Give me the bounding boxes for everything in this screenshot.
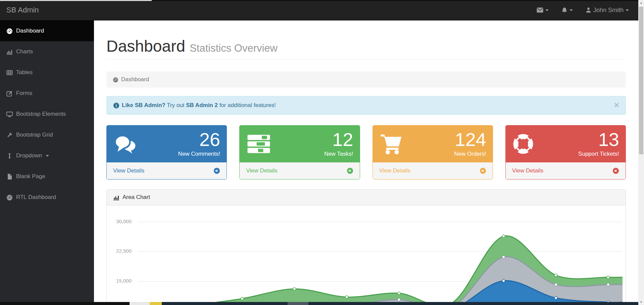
close-icon[interactable]: ×	[614, 102, 619, 108]
arrows-vertical-icon	[6, 153, 13, 159]
bar-chart-icon	[6, 49, 13, 55]
caret-down-icon	[545, 9, 549, 11]
sidebar-item-rtl-dashboard[interactable]: RTL Dashboard	[0, 187, 94, 208]
sidebar-item-label: Blank Page	[16, 173, 45, 180]
stat-value: 26	[139, 130, 220, 149]
user-icon	[586, 7, 591, 13]
envelope-icon	[537, 7, 543, 13]
sidebar-item-dropdown[interactable]: Dropdown	[0, 145, 94, 166]
shopping-cart-icon	[379, 134, 403, 154]
caret-down-icon	[569, 9, 573, 11]
y-tick-label: 22,500	[105, 248, 132, 254]
sidebar-item-bootstrap-grid[interactable]: Bootstrap Grid	[0, 124, 94, 145]
view-details-link[interactable]: View Details	[107, 162, 227, 179]
wrench-icon	[6, 132, 13, 138]
messages-dropdown[interactable]	[537, 7, 549, 13]
view-details-label: View Details	[512, 167, 543, 174]
taskbar-item[interactable]	[130, 302, 150, 305]
sidebar-item-label: Forms	[16, 90, 32, 97]
user-dropdown[interactable]: John Smith	[586, 7, 629, 14]
top-navbar: SB Admin John Smith	[0, 0, 638, 20]
vertical-scrollbar[interactable]: ▲ ▼	[638, 0, 644, 305]
area-chart-title: Area Chart	[122, 194, 150, 201]
desktop-icon	[6, 111, 13, 117]
dashboard-gauge-icon	[113, 77, 118, 83]
view-details-link[interactable]: View Details	[240, 162, 359, 179]
stat-panel-body: 26 New Comments!	[107, 125, 227, 162]
scroll-up-button[interactable]: ▲	[638, 0, 644, 6]
file-icon	[6, 173, 13, 180]
view-details-label: View Details	[246, 167, 277, 174]
page-title: Dashboard Statistics Overview	[106, 37, 278, 55]
top-edge-dark-segment	[152, 0, 638, 1]
tasks-icon	[246, 134, 271, 154]
area-chart-heading: Area Chart	[107, 190, 626, 205]
brand-title: SB Admin	[0, 6, 39, 14]
view-details-label: View Details	[113, 167, 144, 174]
edit-icon	[6, 90, 13, 97]
scroll-down-button[interactable]: ▼	[638, 299, 644, 305]
page-subtitle: Statistics Overview	[190, 42, 278, 54]
top-edge-light-segment	[0, 0, 152, 1]
scrollbar-thumb[interactable]	[639, 7, 643, 154]
stat-panels-row: 26 New Comments! View Details	[106, 125, 626, 180]
breadcrumb: Dashboard	[106, 71, 626, 88]
arrow-circle-right-icon	[213, 167, 220, 174]
navbar-right-group: John Smith	[537, 7, 638, 14]
sidebar-item-label: Charts	[16, 48, 33, 55]
y-tick-label: 30,000	[105, 218, 132, 224]
comments-icon	[113, 134, 139, 154]
stat-value: 12	[271, 130, 353, 149]
dashboard-gauge-icon	[6, 194, 13, 201]
sidebar-item-charts[interactable]: Charts	[0, 41, 94, 62]
stat-panel-text: 13 Support Tickets!	[534, 130, 619, 157]
taskbar-item[interactable]	[288, 302, 308, 305]
arrow-circle-right-icon	[612, 167, 619, 174]
sidebar-item-blank-page[interactable]: Blank Page	[0, 166, 94, 187]
sidebar-nav: Dashboard Charts Tables Forms Bootstrap …	[0, 20, 94, 305]
sidebar-item-label: Bootstrap Grid	[16, 132, 53, 138]
taskbar-strip	[0, 302, 638, 305]
sidebar-item-label: Tables	[16, 69, 33, 76]
sidebar-item-dashboard[interactable]: Dashboard	[0, 20, 94, 41]
bell-icon	[561, 7, 567, 13]
taskbar-item[interactable]	[150, 302, 162, 305]
sidebar-item-forms[interactable]: Forms	[0, 83, 94, 104]
stat-panel-body: 13 Support Tickets!	[506, 125, 626, 162]
sidebar-item-bootstrap-elements[interactable]: Bootstrap Elements	[0, 104, 94, 124]
dashboard-gauge-icon	[6, 28, 13, 34]
alert-message: Like SB Admin? Try out SB Admin 2 for ad…	[113, 102, 614, 109]
view-details-link[interactable]: View Details	[373, 162, 493, 179]
caret-down-icon	[46, 155, 49, 157]
stat-label: New Tasks!	[271, 151, 353, 157]
stat-panel-text: 26 New Comments!	[139, 130, 220, 157]
stat-panel-comments: 26 New Comments! View Details	[106, 125, 227, 180]
stat-label: New Comments!	[139, 151, 220, 157]
caret-down-icon	[626, 9, 629, 11]
view-details-label: View Details	[379, 167, 410, 174]
stat-panel-support: 13 Support Tickets! View Details	[505, 125, 626, 180]
alert-text: Like SB Admin? Try out SB Admin 2 for ad…	[122, 102, 276, 109]
stat-label: Support Tickets!	[534, 151, 619, 157]
sidebar-item-label: Dashboard	[16, 28, 44, 34]
stat-panel-body: 124 New Orders!	[373, 125, 493, 162]
y-tick-label: 15,000	[105, 278, 132, 284]
stat-panel-text: 12 New Tasks!	[271, 130, 353, 157]
stat-panel-orders: 124 New Orders! View Details	[373, 125, 493, 180]
stat-panel-tasks: 12 New Tasks! View Details	[239, 125, 360, 180]
sidebar-item-tables[interactable]: Tables	[0, 62, 94, 83]
taskbar-dark-segment	[0, 302, 130, 305]
breadcrumb-item-dashboard: Dashboard	[121, 76, 149, 83]
stat-panel-text: 124 New Orders!	[403, 130, 486, 157]
user-name: John Smith	[593, 7, 624, 14]
stat-value: 124	[403, 130, 486, 149]
stat-panel-body: 12 New Tasks!	[240, 125, 359, 162]
main-content: Dashboard Statistics Overview Dashboard …	[94, 20, 638, 305]
alerts-dropdown[interactable]	[561, 7, 573, 13]
view-details-link[interactable]: View Details	[506, 162, 626, 179]
info-circle-icon	[113, 102, 119, 109]
window-top-edge	[0, 0, 638, 1]
info-alert: Like SB Admin? Try out SB Admin 2 for ad…	[106, 96, 626, 115]
area-chart-svg	[138, 205, 623, 305]
sidebar-item-label: RTL Dashboard	[16, 194, 56, 201]
